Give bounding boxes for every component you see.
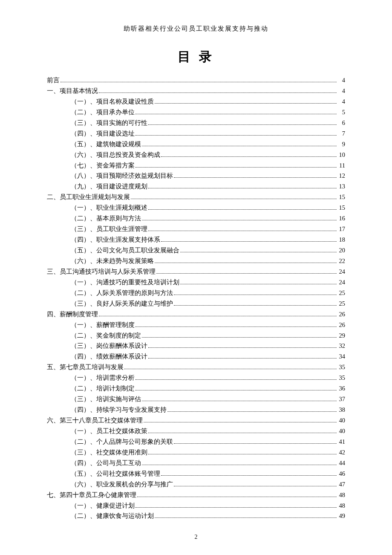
toc-entry-page: 48	[337, 490, 345, 500]
toc-leader-dots	[155, 513, 337, 518]
toc-entry-page: 48	[337, 500, 345, 511]
toc-entry-label: （五）、建筑物建设规模	[71, 139, 141, 150]
toc-entry-page: 26	[337, 309, 345, 320]
toc-leader-dots	[142, 460, 337, 465]
toc-leader-dots	[174, 481, 337, 486]
toc-entry-label: （二）、奖金制度的制定	[71, 330, 141, 341]
toc-entry-page: 4	[337, 86, 345, 96]
toc-entry-label: （一）、培训需求分析	[71, 373, 135, 383]
toc-entry-page: 36	[337, 383, 345, 394]
toc-entry-page: 24	[337, 277, 345, 288]
toc-entry-label: （四）、职业生涯发展支持体系	[71, 234, 160, 245]
toc-entry-label: （一）、职业生涯规划概述	[71, 202, 147, 213]
toc-leader-dots	[156, 269, 337, 274]
toc-entry: （三）、岗位薪酬体系设计32	[47, 341, 345, 351]
toc-entry: （四）、绩效薪酬体系设计34	[47, 351, 345, 362]
toc-leader-dots	[161, 237, 337, 242]
toc-entry-label: 七、第四十章员工身心健康管理	[47, 490, 136, 500]
toc-leader-dots	[135, 162, 337, 167]
toc-entry: （二）、个人品牌与公司形象的关联41	[47, 436, 345, 447]
toc-entry: （二）、基本原则与方法16	[47, 213, 345, 224]
toc-entry-label: （六）、未来趋势与发展策略	[71, 256, 154, 266]
toc-entry-label: （三）、社交媒体使用准则	[71, 447, 147, 458]
toc-entry: 三、员工沟通技巧培训与人际关系管理24	[47, 266, 345, 277]
toc-entry-label: （三）、岗位薪酬体系设计	[71, 341, 147, 351]
toc-entry-page: 22	[337, 256, 345, 266]
toc-leader-dots	[135, 386, 337, 390]
toc-entry: （二）、人际关系管理的原则与方法25	[47, 288, 345, 298]
toc-entry-label: （四）、公司与员工互动	[71, 458, 141, 468]
toc-entry-page: 9	[337, 139, 345, 150]
toc-leader-dots	[161, 152, 337, 156]
toc-entry-page: 42	[337, 447, 345, 458]
toc-entry-label: （五）、公司文化与员工职业发展融合	[71, 245, 179, 256]
toc-entry: （三）、社交媒体使用准则42	[47, 447, 345, 458]
toc-leader-dots	[180, 248, 337, 252]
toc-leader-dots	[174, 301, 337, 306]
toc-entry: 前言4	[47, 75, 345, 86]
toc-entry-label: 三、员工沟通技巧培训与人际关系管理	[47, 266, 156, 277]
toc-entry: （一）、员工社交媒体政策40	[47, 426, 345, 436]
toc-leader-dots	[135, 131, 337, 136]
toc-leader-dots	[148, 428, 337, 433]
toc-entry-page: 7	[337, 128, 345, 139]
toc-title: 目 录	[47, 48, 345, 66]
toc-leader-dots	[148, 184, 337, 188]
toc-entry: （二）、奖金制度的制定29	[47, 330, 345, 341]
toc-leader-dots	[99, 311, 337, 316]
toc-leader-dots	[135, 375, 337, 380]
toc-entry-label: （五）、公司社交媒体账号管理	[71, 468, 160, 479]
toc-entry-page: 24	[337, 266, 345, 277]
toc-entry-label: 五、第七章员工培训与发展	[47, 362, 124, 373]
toc-leader-dots	[131, 194, 337, 199]
toc-entry-page: 15	[337, 192, 345, 202]
toc-entry: （二）、培训计划制定36	[47, 383, 345, 394]
toc-leader-dots	[180, 280, 337, 284]
toc-entry: 七、第四十章员工身心健康管理48	[47, 490, 345, 500]
toc-entry: 五、第七章员工培训与发展35	[47, 362, 345, 373]
toc-leader-dots	[142, 216, 337, 220]
toc-entry: （二）、健康饮食与运动计划49	[47, 511, 345, 521]
page-number-footer: 2	[0, 534, 392, 541]
toc-entry: （六）、项目总投资及资金构成10	[47, 150, 345, 160]
toc-entry: （五）、建筑物建设规模9	[47, 139, 345, 150]
toc-entry-page: 4	[337, 75, 345, 86]
toc-entry-page: 12	[337, 171, 345, 181]
toc-leader-dots	[148, 205, 337, 210]
toc-leader-dots	[144, 418, 337, 422]
toc-entry-page: 25	[337, 288, 345, 298]
toc-entry-page: 13	[337, 181, 345, 192]
toc-entry-page: 35	[337, 373, 345, 383]
toc-entry-page: 20	[337, 245, 345, 256]
toc-entry-label: （二）、健康饮食与运动计划	[71, 511, 154, 521]
toc-entry-label: 前言	[47, 75, 60, 86]
table-of-contents: 前言4一、项目基本情况4（一）、项目名称及建设性质4（二）、项目承办单位5（三）…	[47, 75, 345, 521]
toc-entry-page: 16	[337, 213, 345, 224]
toc-entry: （四）、项目建设选址7	[47, 128, 345, 139]
toc-entry-label: （三）、项目实施的可行性	[71, 118, 147, 128]
toc-entry-label: （三）、员工职业生涯管理	[71, 224, 147, 234]
toc-entry-page: 37	[337, 394, 345, 405]
toc-entry: 一、项目基本情况4	[47, 86, 345, 96]
toc-entry: （九）、项目建设进度规划13	[47, 181, 345, 192]
toc-entry: （四）、持续学习与专业发展支持38	[47, 405, 345, 415]
toc-leader-dots	[174, 173, 337, 178]
toc-entry-page: 25	[337, 298, 345, 309]
toc-entry-page: 4	[337, 96, 345, 107]
toc-entry-page: 15	[337, 202, 345, 213]
toc-leader-dots	[99, 88, 337, 93]
toc-entry-page: 34	[337, 351, 345, 362]
toc-entry: （四）、公司与员工互动44	[47, 458, 345, 468]
toc-entry-label: 四、薪酬制度管理	[47, 309, 98, 320]
toc-entry-page: 6	[337, 118, 345, 128]
toc-entry-page: 38	[337, 405, 345, 415]
toc-entry-label: 一、项目基本情况	[47, 86, 98, 96]
toc-entry-page: 11	[337, 160, 345, 171]
toc-entry-label: （一）、健康促进计划	[71, 500, 135, 511]
toc-entry: （四）、职业生涯发展支持体系18	[47, 234, 345, 245]
toc-leader-dots	[148, 226, 337, 231]
toc-entry: （一）、项目名称及建设性质4	[47, 96, 345, 107]
toc-leader-dots	[124, 364, 337, 369]
document-page: 助听器相关行业公司员工职业发展支持与推动 目 录 前言4一、项目基本情况4（一）…	[0, 0, 392, 555]
toc-entry-label: （六）、项目总投资及资金构成	[71, 150, 160, 160]
